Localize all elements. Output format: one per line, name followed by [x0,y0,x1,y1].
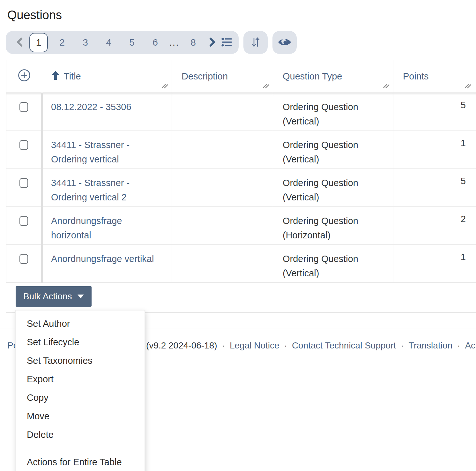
row-select-cell [6,93,42,131]
row-stub-cell [475,169,476,207]
footer-separator-dot: · [284,340,287,351]
row-checkbox[interactable] [19,140,28,150]
visibility-button[interactable] [272,31,297,54]
footer-link-translation[interactable]: Translation [409,340,452,351]
sort-ascending-icon [52,71,59,82]
pagination-page-6[interactable]: 6 [144,31,167,54]
table-viewport: Title Description Question Type [6,60,476,313]
bulk-menu-item-delete[interactable]: Delete [16,425,145,444]
column-label: Points [403,71,429,82]
row-checkbox[interactable] [19,178,28,188]
header-points-column[interactable]: Points [393,60,475,93]
header-select-column[interactable] [6,60,42,93]
row-question-type-cell: Ordering Question (Vertical) [273,169,393,207]
column-resize-handle[interactable] [263,82,270,90]
bulk-menu-item-set-lifecycle[interactable]: Set Lifecycle [16,333,145,351]
question-title-link[interactable]: 34411 - Strassner - Ordering vertical 2 [51,178,130,202]
row-question-type-cell: Ordering Question (Horizontal) [273,207,393,245]
row-stub-cell [475,207,476,245]
questions-table: Title Description Question Type [6,60,476,283]
row-description-cell [172,93,273,131]
bulk-actions-menu: Set AuthorSet LifecycleSet TaxonomiesExp… [15,310,145,471]
row-question-type-cell: Ordering Question (Vertical) [273,131,393,169]
pagination-next-button[interactable] [205,31,219,54]
footer-separator-dot: · [222,340,225,351]
row-checkbox[interactable] [19,216,28,226]
row-checkbox[interactable] [19,102,28,112]
pagination-page-8[interactable]: 8 [182,31,205,54]
question-title-link[interactable]: Anordnungsfrage horizontal [51,216,122,240]
column-resize-handle[interactable] [161,82,168,90]
question-title-link[interactable]: Anordnungsfrage vertikal [51,254,154,264]
column-resize-handle[interactable] [383,82,390,90]
header-title-column[interactable]: Title [42,60,172,93]
row-title-cell: Anordnungsfrage horizontal [42,207,172,245]
circle-plus-icon [17,68,31,85]
table-row: Anordnungsfrage vertikalOrdering Questio… [6,245,476,283]
header-question-type-column[interactable]: Question Type [273,60,393,93]
bulk-menu-item-move[interactable]: Move [16,407,145,425]
row-question-type-cell: Ordering Question (Vertical) [273,93,393,131]
pagination-page-2[interactable]: 2 [50,31,74,54]
header-description-column[interactable]: Description [172,60,273,93]
bulk-menu-item-copy[interactable]: Copy [16,388,145,407]
row-title-cell: 34411 - Strassner - Ordering vertical 2 [42,169,172,207]
row-question-type-cell: Ordering Question (Vertical) [273,245,393,283]
row-stub-cell [475,93,476,131]
footer-link-legal-notice[interactable]: Legal Notice [230,340,279,351]
toolbar: 123456...8 [6,31,476,54]
row-select-cell [6,131,42,169]
row-select-cell [6,207,42,245]
row-stub-cell [475,245,476,283]
bulk-actions-area: Bulk Actions [6,283,476,312]
pagination: 123456...8 [6,31,239,54]
page-title: Questions [7,8,476,22]
row-checkbox[interactable] [19,254,28,264]
questions-table-body: 08.12.2022 - 35306Ordering Question (Ver… [6,93,476,283]
caret-down-icon [78,295,84,298]
eye-icon [277,37,292,48]
column-label: Description [182,71,228,82]
pagination-prev-button[interactable] [12,31,27,54]
row-stub-cell [475,131,476,169]
row-title-cell: 34411 - Strassner - Ordering vertical [42,131,172,169]
footer-version: (v9.2 2024-06-18) [146,340,217,351]
row-title-cell: Anordnungsfrage vertikal [42,245,172,283]
pagination-page-1[interactable]: 1 [29,33,48,52]
bulk-menu-item-export[interactable]: Export [16,370,145,388]
pagination-list-view-button[interactable] [219,31,234,54]
question-title-link[interactable]: 08.12.2022 - 35306 [51,102,131,112]
pagination-page-3[interactable]: 3 [74,31,97,54]
row-points-cell: 5 [393,93,475,131]
footer-link-ac[interactable]: Ac [465,340,475,351]
menu-separator [16,448,145,448]
header-stub-column [475,60,476,93]
question-title-link[interactable]: 34411 - Strassner - Ordering vertical [51,140,130,164]
row-description-cell [172,207,273,245]
row-description-cell [172,169,273,207]
sort-arrows-icon [250,36,261,49]
sort-button[interactable] [243,31,268,54]
bulk-menu-item-actions-for-entire-table[interactable]: Actions for Entire Table [16,453,145,471]
pagination-ellipsis: ... [167,31,182,54]
table-row: 34411 - Strassner - Ordering vertical 2O… [6,169,476,207]
bulk-actions-button[interactable]: Bulk Actions [16,286,92,307]
questions-table-box: Title Description Question Type [6,60,476,313]
footer-separator-dot: · [401,340,404,351]
row-description-cell [172,245,273,283]
row-title-cell: 08.12.2022 - 35306 [42,93,172,131]
table-header-row: Title Description Question Type [6,60,476,93]
row-points-cell: 2 [393,207,475,245]
footer-link-contact-technical-support[interactable]: Contact Technical Support [292,340,396,351]
pagination-page-4[interactable]: 4 [97,31,120,54]
row-select-cell [6,169,42,207]
row-select-cell [6,245,42,283]
list-view-icon [221,37,233,48]
footer-links: (v9.2 2024-06-18)·Legal Notice·Contact T… [146,340,475,351]
bulk-menu-item-set-taxonomies[interactable]: Set Taxonomies [16,351,145,370]
column-label: Title [64,71,81,82]
row-description-cell [172,131,273,169]
column-resize-handle[interactable] [465,82,472,90]
pagination-page-5[interactable]: 5 [120,31,144,54]
bulk-menu-item-set-author[interactable]: Set Author [16,314,145,333]
